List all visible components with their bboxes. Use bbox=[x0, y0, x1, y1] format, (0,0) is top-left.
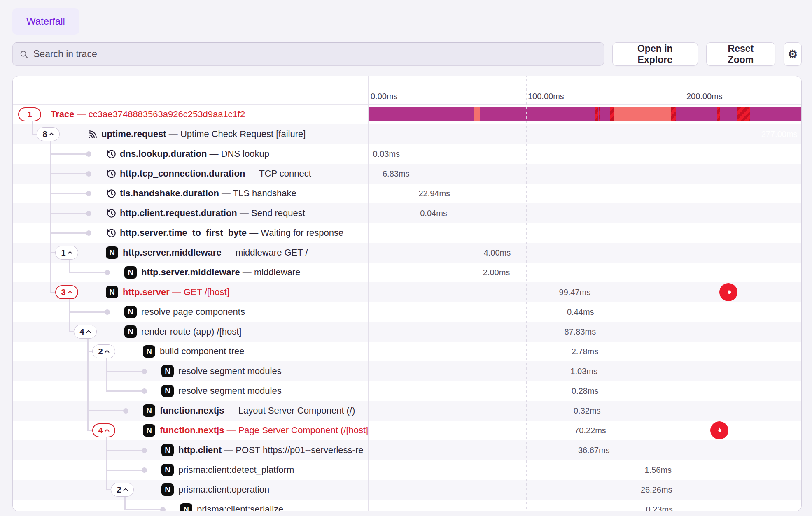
span-label[interactable]: http.server.time_to_first_byte — Waiting… bbox=[120, 223, 368, 243]
nextjs-icon: N bbox=[143, 345, 155, 358]
span-bar[interactable] bbox=[368, 107, 379, 121]
span-label[interactable]: function.nextjs — Page Server Component … bbox=[160, 421, 368, 440]
search-icon bbox=[19, 50, 28, 59]
span-label[interactable]: tls.handshake.duration — TLS handshake bbox=[120, 184, 368, 203]
gear-icon: ⚙ bbox=[788, 48, 798, 61]
fire-icon bbox=[719, 283, 737, 301]
span-description: DNS lookup bbox=[221, 149, 269, 159]
tree-connector bbox=[69, 260, 70, 272]
tree-connector bbox=[87, 410, 126, 411]
tree-connector bbox=[50, 213, 89, 214]
span-label[interactable]: http.server — GET /[host] bbox=[123, 282, 368, 302]
span-bar[interactable] bbox=[476, 107, 479, 121]
span-label[interactable]: http.client — POST https://p01--serverle… bbox=[178, 440, 368, 460]
tree-dot bbox=[123, 408, 128, 414]
span-duration: 2.00ms bbox=[483, 263, 510, 282]
span-label[interactable]: resolve segment modules bbox=[178, 381, 368, 401]
pill-count: 2 bbox=[98, 347, 103, 356]
separator: — bbox=[219, 188, 233, 198]
span-bar[interactable] bbox=[379, 107, 415, 121]
span-bar[interactable] bbox=[603, 107, 604, 121]
trace-waterfall-panel: 0.00ms 100.00ms 200.00ms 1Trace — cc3ae3… bbox=[12, 76, 802, 511]
clock-icon bbox=[106, 228, 117, 238]
expand-pill[interactable]: 4 bbox=[92, 423, 115, 437]
nextjs-icon: N bbox=[124, 325, 137, 338]
tree-connector bbox=[87, 430, 92, 431]
span-duration: 0.32ms bbox=[517, 401, 601, 421]
span-description: Waiting for response bbox=[261, 228, 343, 238]
tree-connector bbox=[106, 371, 144, 372]
span-bar[interactable] bbox=[598, 107, 600, 121]
chevron-up-icon bbox=[105, 429, 110, 432]
span-label[interactable]: prisma:client:detect_platform bbox=[178, 460, 368, 480]
span-label[interactable]: function.nextjs — Layout Server Componen… bbox=[160, 401, 368, 421]
tree-connector bbox=[87, 339, 89, 430]
span-label[interactable]: http.server.middleware — middleware GET … bbox=[123, 243, 368, 263]
span-label[interactable]: dns.lookup.duration — DNS lookup bbox=[120, 144, 368, 164]
tree-dot bbox=[142, 467, 147, 473]
pill-count: 1 bbox=[27, 110, 32, 119]
span-label[interactable]: uptime.request — Uptime Check Request [f… bbox=[101, 124, 368, 144]
span-bar[interactable] bbox=[605, 107, 606, 121]
expand-pill[interactable]: 4 bbox=[74, 325, 97, 339]
span-label[interactable]: Trace — cc3ae3748883563a926c253d9aa1c1f2 bbox=[51, 105, 368, 124]
row-bg bbox=[13, 342, 801, 361]
tree-chart-divider[interactable] bbox=[368, 76, 369, 511]
span-name: tls.handshake.duration bbox=[120, 188, 219, 198]
tab-waterfall[interactable]: Waterfall bbox=[12, 8, 79, 35]
expand-pill[interactable]: 2 bbox=[92, 344, 115, 358]
span-duration: 0.28ms bbox=[515, 381, 599, 401]
span-bar[interactable] bbox=[677, 107, 718, 121]
expand-pill[interactable]: 8 bbox=[37, 127, 60, 141]
open-in-explore-button[interactable]: Open in Explore bbox=[612, 42, 698, 66]
span-label[interactable]: http.server.middleware — middleware bbox=[141, 263, 368, 282]
separator: — bbox=[75, 109, 89, 119]
search-bar[interactable] bbox=[12, 42, 604, 66]
span-description: TCP connect bbox=[259, 168, 311, 179]
span-label[interactable]: build component tree bbox=[160, 342, 368, 361]
span-description: GET /[host] bbox=[184, 287, 229, 297]
axis-tick-200: 200.00ms bbox=[686, 88, 723, 104]
tree-dot bbox=[86, 230, 91, 236]
expand-pill[interactable]: 3 bbox=[55, 285, 78, 299]
reset-zoom-button[interactable]: Reset Zoom bbox=[706, 42, 776, 66]
span-label[interactable]: resolve segment modules bbox=[178, 361, 368, 381]
expand-pill[interactable]: 1 bbox=[18, 107, 41, 121]
span-label[interactable]: prisma:client:operation bbox=[178, 480, 368, 500]
span-label[interactable]: prisma:client:serialize bbox=[197, 500, 368, 511]
span-description: POST https://p01--serverless-re bbox=[236, 445, 363, 455]
span-duration: 36.67ms bbox=[526, 440, 610, 460]
span-name: resolve segment modules bbox=[178, 366, 282, 376]
separator: — bbox=[222, 247, 236, 258]
search-input[interactable] bbox=[33, 49, 597, 60]
span-bar[interactable] bbox=[677, 107, 678, 121]
nextjs-icon: N bbox=[124, 266, 137, 279]
expand-pill[interactable]: 1 bbox=[55, 246, 78, 260]
tree-dot bbox=[142, 388, 147, 394]
span-bar[interactable] bbox=[614, 107, 671, 121]
tree-connector bbox=[50, 292, 55, 293]
settings-button[interactable]: ⚙ bbox=[784, 42, 802, 66]
separator: — bbox=[245, 168, 259, 179]
span-description: Page Server Component (/[host]) bbox=[238, 425, 368, 435]
separator: — bbox=[237, 208, 251, 218]
span-description: cc3ae3748883563a926c253d9aa1c1f2 bbox=[89, 109, 245, 119]
nextjs-icon: N bbox=[161, 365, 174, 377]
chevron-up-icon bbox=[49, 132, 54, 136]
chevron-up-icon bbox=[105, 350, 110, 353]
span-label[interactable]: render route (app) /[host] bbox=[141, 322, 368, 342]
span-duration: 1.56ms bbox=[588, 460, 672, 480]
span-duration: 0.04ms bbox=[420, 203, 447, 223]
tree-connector bbox=[69, 311, 107, 313]
expand-pill[interactable]: 2 bbox=[111, 483, 134, 497]
span-label[interactable]: http.client.request.duration — Send requ… bbox=[120, 203, 368, 223]
span-label[interactable]: resolve page components bbox=[141, 302, 368, 322]
span-name: http.client bbox=[178, 445, 222, 455]
pill-count: 2 bbox=[117, 485, 121, 495]
span-label[interactable]: http.tcp_connection.duration — TCP conne… bbox=[120, 164, 368, 184]
span-duration: 99.47ms bbox=[506, 282, 590, 302]
separator: — bbox=[166, 129, 180, 139]
tree-dot bbox=[142, 369, 147, 374]
pill-count: 4 bbox=[79, 327, 84, 337]
span-name: dns.lookup.duration bbox=[120, 149, 207, 159]
